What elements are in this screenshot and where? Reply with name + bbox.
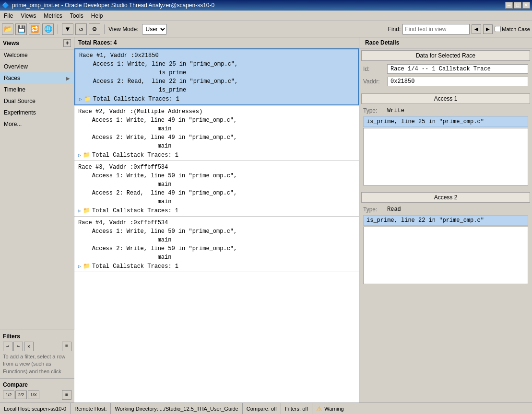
- sidebar-item-timeline[interactable]: Timeline: [0, 84, 74, 95]
- compare-menu-btn[interactable]: ≡: [62, 390, 71, 400]
- access1-location: is_prime, line 25 in "prime_omp.c": [363, 116, 528, 127]
- filter-menu-btn[interactable]: ≡: [62, 342, 71, 351]
- toolbar-btn-4[interactable]: 🌐: [42, 23, 54, 35]
- race-3-header: Race #3, Vaddr :0xffbff534: [78, 163, 355, 172]
- close-button[interactable]: ✕: [522, 2, 530, 9]
- race-1-folder-icon: 📁: [84, 95, 91, 103]
- minimize-button[interactable]: ─: [505, 2, 513, 9]
- access2-type-value: Read: [387, 206, 401, 213]
- race-3-line-1: Access 1: Write, line 50 in "prime_omp.c…: [78, 172, 355, 180]
- view-mode-select[interactable]: User: [142, 24, 167, 34]
- sidebar-add-button[interactable]: +: [63, 39, 71, 47]
- race-2-expand-icon[interactable]: ▷: [78, 152, 81, 158]
- status-working-dir: Working Directory: .../Studio_12.5_THA_U…: [111, 403, 242, 414]
- race-3-expand-icon[interactable]: ▷: [78, 208, 81, 214]
- access1-header: Access 1: [361, 93, 530, 104]
- find-prev-btn[interactable]: ◀: [472, 24, 481, 34]
- toolbar-settings-btn[interactable]: ⚙: [89, 23, 100, 35]
- race-2-trace-text: Total Callstack Traces: 1: [92, 152, 178, 159]
- filter-clear-btn[interactable]: ✕: [24, 342, 34, 351]
- left-panels: Views + Welcome Overview Races ▶ Timelin…: [0, 37, 74, 402]
- menu-views[interactable]: Views: [17, 12, 40, 20]
- race-entry-2[interactable]: Race #2, Vaddr :(Multiple Addresses) Acc…: [74, 105, 359, 161]
- access2-header: Access 2: [361, 192, 530, 203]
- sidebar-item-overview[interactable]: Overview: [0, 61, 74, 72]
- race-2-folder-icon: 📁: [83, 151, 90, 159]
- access1-type-label: Type:: [363, 107, 387, 114]
- race-3-footer: ▷ 📁 Total Callstack Traces: 1: [78, 207, 355, 214]
- compare-header: Compare: [3, 381, 71, 388]
- menu-bar: File Views Metrics Tools Help: [0, 11, 532, 21]
- access2-section: Access 2 Type: Read is_prime, line 22 in…: [359, 190, 532, 285]
- title-bar: 🔷 prime_omp_inst.er - Oracle Developer S…: [0, 0, 532, 11]
- view-mode-label: View Mode:: [108, 26, 138, 33]
- toolbar-btn-3[interactable]: 🔁: [29, 23, 40, 35]
- sidebar-header: Views +: [0, 37, 74, 49]
- filters-panel: Filters ↩ ↪ ✕ ≡ To add a filter, select …: [0, 330, 74, 378]
- filters-header: Filters: [3, 333, 71, 340]
- menu-tools[interactable]: Tools: [66, 12, 87, 20]
- toolbar-filter-btn[interactable]: ▼: [62, 23, 73, 35]
- toolbar-refresh-btn[interactable]: ↺: [75, 23, 87, 35]
- race-1-line-1: Access 1: Write, line 25 in "prime_omp.c…: [79, 60, 354, 69]
- menu-metrics[interactable]: Metrics: [40, 12, 66, 20]
- race-2-line-4: main: [78, 142, 355, 150]
- race-2-line-3: Access 2: Write, line 49 in "prime_omp.c…: [78, 133, 355, 142]
- sidebar-header-text: Views: [3, 40, 19, 46]
- sidebar: Views + Welcome Overview Races ▶ Timelin…: [0, 37, 74, 330]
- race-2-line-2: main: [78, 125, 355, 133]
- main-content: Views + Welcome Overview Races ▶ Timelin…: [0, 37, 532, 402]
- race-4-line-4: main: [78, 253, 355, 262]
- toolbar: 📂 💾 🔁 🌐 ▼ ↺ ⚙ View Mode: User Find: ◀ ▶ …: [0, 21, 532, 37]
- access1-list-area: [363, 128, 528, 185]
- compare-btn-1[interactable]: 1/2: [3, 391, 14, 399]
- race-2-footer: ▷ 📁 Total Callstack Traces: 1: [78, 151, 355, 159]
- compare-toolbar: 1/2 2/2 1/X ≡: [3, 390, 71, 400]
- sidebar-item-dual-source[interactable]: Dual Source: [0, 95, 74, 107]
- selected-race-section: Data for Selected Race Id: Race 1/4 -- 1…: [359, 48, 532, 88]
- compare-btn-2[interactable]: 2/2: [15, 391, 27, 399]
- access2-type-label: Type:: [363, 206, 387, 213]
- sidebar-item-welcome[interactable]: Welcome: [0, 49, 74, 61]
- find-input[interactable]: [402, 24, 470, 34]
- sidebar-arrow-races: ▶: [66, 76, 70, 81]
- race-1-expand-icon[interactable]: ▷: [79, 96, 82, 102]
- find-area: Find: ◀ ▶ Match Case: [388, 24, 530, 34]
- find-label: Find:: [388, 26, 401, 33]
- data-for-selected-race-header: Data for Selected Race: [361, 50, 530, 61]
- race-4-expand-icon[interactable]: ▷: [78, 264, 81, 269]
- right-divider-2: [359, 186, 532, 190]
- maximize-button[interactable]: □: [514, 2, 521, 9]
- access2-location: is_prime, line 22 in "prime_omp.c": [363, 215, 528, 226]
- match-case-label[interactable]: Match Case: [495, 26, 530, 32]
- race-3-line-4: main: [78, 197, 355, 206]
- race-id-field: Id: Race 1/4 -- 1 Callstack Trace: [359, 63, 532, 75]
- race-1-header: Race #1, Vaddr :0x21850: [79, 51, 354, 60]
- sidebar-item-experiments[interactable]: Experiments: [0, 107, 74, 118]
- sidebar-item-races[interactable]: Races ▶: [0, 72, 74, 84]
- app-icon: 🔷: [2, 2, 9, 9]
- race-entry-3[interactable]: Race #3, Vaddr :0xffbff534 Access 1: Wri…: [74, 161, 359, 217]
- menu-file[interactable]: File: [0, 12, 17, 20]
- match-case-checkbox[interactable]: [495, 26, 501, 32]
- access1-section: Access 1 Type: Write is_prime, line 25 i…: [359, 92, 532, 186]
- race-4-folder-icon: 📁: [83, 263, 90, 270]
- race-1-trace-text: Total Callstack Traces: 1: [93, 96, 179, 103]
- status-warning-text: Warning: [324, 406, 344, 412]
- race-3-trace-text: Total Callstack Traces: 1: [92, 207, 178, 214]
- toolbar-btn-1[interactable]: 📂: [2, 23, 13, 35]
- menu-help[interactable]: Help: [87, 12, 107, 20]
- race-entry-4[interactable]: Race #4, Vaddr :0xffbff534 Access 1: Wri…: [74, 217, 359, 272]
- compare-btn-3[interactable]: 1/X: [28, 391, 39, 399]
- filter-redo-btn[interactable]: ↪: [13, 342, 23, 351]
- toolbar-btn-2[interactable]: 💾: [15, 23, 27, 35]
- right-divider-1: [359, 88, 532, 92]
- race-details-tab[interactable]: Race Details: [359, 37, 532, 48]
- find-next-btn[interactable]: ▶: [483, 24, 493, 34]
- filter-undo-btn[interactable]: ↩: [3, 342, 12, 351]
- center-panel: Total Races: 4 Race #1, Vaddr :0x21850 A…: [74, 37, 359, 402]
- race-vaddr-value: 0x21850: [387, 77, 528, 86]
- sidebar-item-more[interactable]: More...: [0, 118, 74, 130]
- access1-type-value: Write: [387, 107, 404, 114]
- race-entry-1[interactable]: Race #1, Vaddr :0x21850 Access 1: Write,…: [74, 48, 359, 105]
